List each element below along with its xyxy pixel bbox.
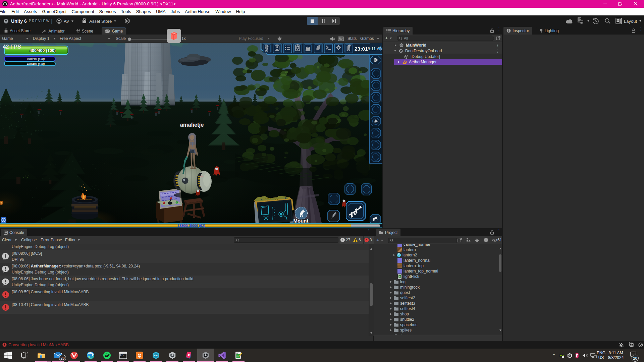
svg-text:200/200 (100): 200/200 (100)	[26, 57, 45, 61]
svg-text:400/400 (100): 400/400 (100)	[30, 48, 56, 53]
svg-text:23:01: 23:01	[355, 46, 368, 52]
svg-text:Dv: Dv	[154, 354, 158, 357]
svg-text:C:\_: C:\_	[120, 354, 125, 356]
svg-text:400/400 (100): 400/400 (100)	[26, 62, 45, 66]
svg-text:Mount: Mount	[293, 218, 309, 224]
svg-text:amalietje: amalietje	[180, 122, 204, 128]
svg-text:13800/15000 (92): 13800/15000 (92)	[177, 224, 205, 228]
svg-text:42 FPS: 42 FPS	[3, 44, 21, 50]
